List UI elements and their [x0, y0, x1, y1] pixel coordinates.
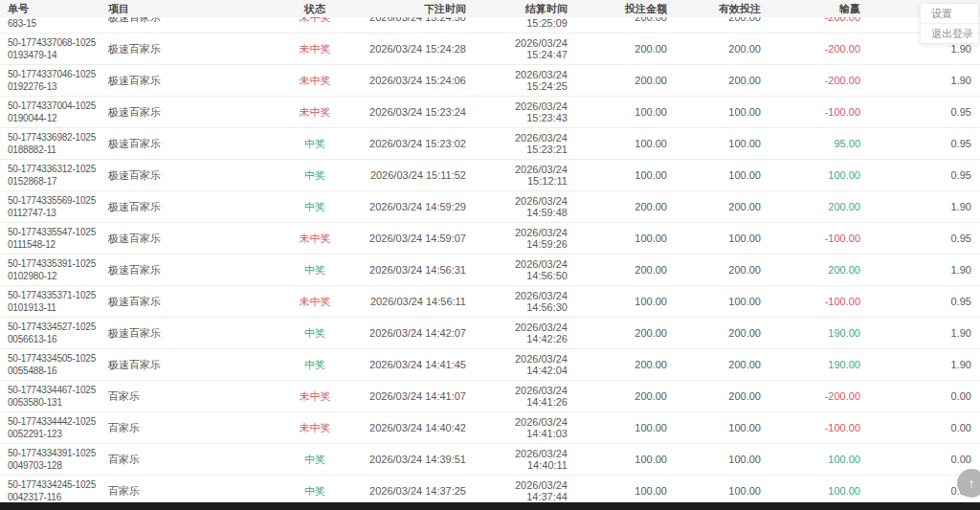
cell-valid-bet: 200.00: [679, 390, 772, 402]
col-header-valid-bet: 有效投注: [679, 2, 772, 16]
cell-settle-time: 2026/03/24 15:23:21: [478, 132, 579, 155]
cell-valid-bet: 200.00: [679, 43, 772, 55]
cell-valid-bet: 100.00: [679, 296, 772, 307]
cell-bet-amount: 100.00: [579, 106, 679, 118]
cell-bet-time: 2026/03/24 14:56:11: [345, 296, 478, 307]
col-header-bet-time: 下注时间: [345, 2, 478, 16]
table-row: 50-1774336982-10250188882-11 极速百家乐 中奖 20…: [0, 128, 980, 160]
cell-bet-amount: 200.00: [579, 359, 679, 370]
cell-bet-amount: 100.00: [579, 296, 679, 307]
cell-bet-amount: 200.00: [579, 201, 679, 212]
cell-status: 中奖: [285, 484, 345, 499]
cell-project: 极速百家乐: [100, 295, 285, 309]
cell-status: 未中奖: [285, 42, 345, 56]
cell-project: 极速百家乐: [100, 42, 285, 56]
cell-settle-time: 2026/03/24 15:24:25: [478, 69, 579, 92]
col-header-settle-time: 结算时间: [478, 2, 579, 16]
cell-order-no: 50-1774334442-10250052291-123: [0, 412, 100, 443]
cell-status: 中奖: [285, 168, 345, 183]
cell-order-no: 50-1774337004-10250190044-12: [0, 97, 100, 127]
col-header-project: 项目: [100, 2, 285, 16]
scroll-to-top-button[interactable]: ↑: [957, 469, 980, 498]
cell-bet-amount: 100.00: [579, 422, 679, 433]
cell-rebate: 0.95: [872, 296, 980, 307]
col-header-status: 状态: [285, 2, 345, 16]
bet-records-page: 单号 项目 状态 下注时间 结算时间 投注金额 有效投注 输赢 退水 683-1…: [0, 0, 980, 510]
user-dropdown-menu: 设置 退出登录: [920, 3, 979, 44]
cell-status: 中奖: [285, 453, 345, 467]
cell-bet-time: 2026/03/24 14:41:07: [345, 390, 478, 402]
cell-win-loss: 100.00: [772, 169, 872, 181]
cell-project: 极速百家乐: [100, 74, 285, 88]
cell-settle-time: 2026/03/24 14:59:26: [478, 227, 579, 250]
table-row: 50-1774335547-10250111548-12 极速百家乐 未中奖 2…: [0, 223, 980, 255]
col-header-order-no: 单号: [0, 2, 100, 16]
cell-win-loss: -100.00: [772, 296, 872, 307]
cell-settle-time: 2026/03/24 14:41:26: [478, 385, 579, 408]
cell-valid-bet: 200.00: [679, 75, 772, 86]
cell-bet-amount: 200.00: [579, 75, 679, 86]
table-row: 50-1774335569-10250112747-13 极速百家乐 中奖 20…: [0, 191, 980, 223]
cell-valid-bet: 100.00: [679, 454, 772, 465]
cell-order-no: 50-1774337068-10250193479-14: [0, 33, 100, 64]
cell-bet-time: 2026/03/24 14:59:07: [345, 233, 478, 244]
cell-win-loss: 100.00: [772, 454, 872, 465]
cell-bet-amount: 100.00: [579, 454, 679, 465]
cell-win-loss: -200.00: [772, 43, 872, 55]
cell-win-loss: 100.00: [772, 485, 872, 497]
cell-rebate: 1.90: [872, 359, 980, 370]
cell-bet-time: 2026/03/24 14:56:31: [345, 264, 478, 276]
cell-project: 百家乐: [100, 453, 285, 467]
cell-rebate: 0.95: [872, 169, 980, 181]
table-row: 50-1774334442-10250052291-123 百家乐 未中奖 20…: [0, 412, 980, 444]
cell-bet-amount: 200.00: [579, 390, 679, 402]
cell-settle-time: 2026/03/24 14:56:30: [478, 290, 579, 313]
cell-valid-bet: 200.00: [679, 264, 772, 276]
cell-settle-time: 2026/03/24 14:56:50: [478, 258, 579, 281]
cell-rebate: 1.90: [872, 75, 980, 86]
cell-project: 极速百家乐: [100, 105, 285, 120]
cell-bet-time: 2026/03/24 15:23:24: [345, 106, 478, 118]
cell-win-loss: 190.00: [772, 327, 872, 339]
logout-menu-item[interactable]: 退出登录: [921, 23, 978, 43]
cell-bet-amount: 100.00: [579, 233, 679, 244]
cell-bet-amount: 200.00: [579, 43, 679, 55]
cell-order-no: 50-1774334505-10250055488-16: [0, 349, 100, 380]
cell-settle-time: 2026/03/24 14:37:44: [478, 479, 579, 502]
cell-order-no: 50-1774337046-10250192276-13: [0, 65, 100, 96]
cell-bet-time: 2026/03/24 15:24:28: [345, 43, 478, 55]
arrow-up-icon: ↑: [969, 476, 975, 491]
cell-bet-time: 2026/03/24 14:59:29: [345, 201, 478, 212]
cell-project: 百家乐: [100, 484, 285, 499]
cell-settle-time: 2026/03/24 14:59:48: [478, 195, 579, 218]
cell-settle-time: 2026/03/24 14:42:26: [478, 322, 579, 344]
cell-rebate: 0.95: [872, 106, 980, 118]
cell-settle-time: 2026/03/24 14:41:03: [478, 416, 579, 439]
cell-valid-bet: 100.00: [679, 233, 772, 244]
cell-project: 极速百家乐: [100, 200, 285, 214]
cell-order-no: 50-1774334467-10250053580-131: [0, 381, 100, 411]
cell-win-loss: -100.00: [772, 422, 872, 433]
cell-valid-bet: 100.00: [679, 138, 772, 149]
cell-settle-time: 2026/03/24 15:23:43: [478, 100, 579, 123]
settings-menu-item[interactable]: 设置: [921, 4, 978, 23]
cell-order-no: 50-1774335371-10250101913-11: [0, 286, 100, 317]
cell-bet-time: 2026/03/24 14:39:51: [345, 454, 478, 465]
cell-rebate: 0.95: [872, 138, 980, 149]
cell-bet-amount: 200.00: [579, 264, 679, 276]
cell-win-loss: 95.00: [772, 138, 872, 149]
cell-win-loss: 200.00: [772, 201, 872, 212]
cell-bet-time: 2026/03/24 14:42:07: [345, 327, 478, 339]
cell-valid-bet: 200.00: [679, 327, 772, 339]
cell-settle-time: 2026/03/24 15:12:11: [478, 164, 579, 187]
cell-project: 百家乐: [100, 389, 285, 404]
table-row: 50-1774337046-10250192276-13 极速百家乐 未中奖 2…: [0, 65, 980, 97]
cell-valid-bet: 100.00: [679, 422, 772, 433]
cell-project: 极速百家乐: [100, 263, 285, 277]
table-row: 50-1774337068-10250193479-14 极速百家乐 未中奖 2…: [0, 33, 980, 65]
table-row: 50-1774337004-10250190044-12 极速百家乐 未中奖 2…: [0, 97, 980, 128]
table-row: 50-1774335371-10250101913-11 极速百家乐 未中奖 2…: [0, 286, 980, 318]
cell-rebate: 1.90: [872, 264, 980, 276]
cell-rebate: 0.95: [872, 233, 980, 244]
cell-order-no: 50-1774335569-10250112747-13: [0, 191, 100, 222]
